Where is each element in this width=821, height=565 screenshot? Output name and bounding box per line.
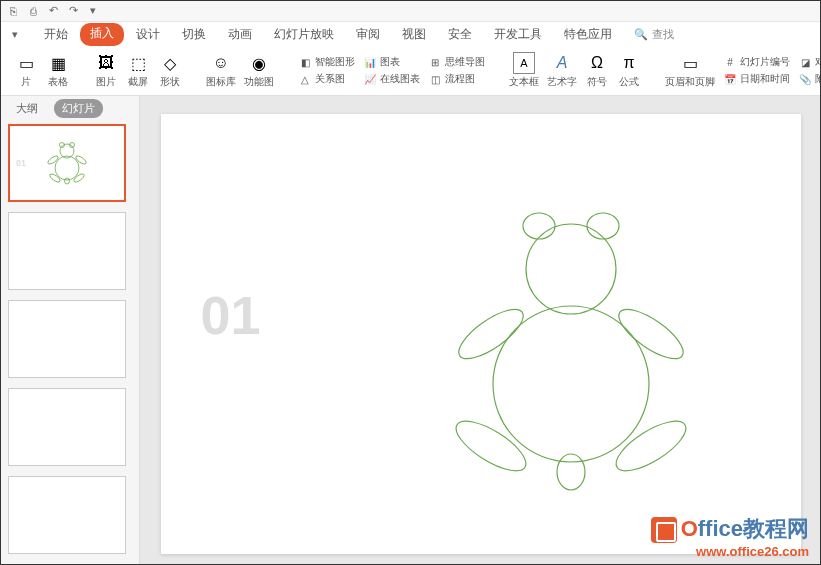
slide-thumbnail[interactable]: [8, 300, 126, 378]
shapes-icon: ◇: [159, 52, 181, 74]
svg-point-4: [47, 155, 60, 166]
qat-undo-icon[interactable]: ↶: [46, 4, 60, 18]
object-button[interactable]: ◪对象: [794, 54, 821, 70]
smartart-icon: ◧: [298, 55, 312, 69]
flowchart-icon: ◫: [428, 72, 442, 86]
slide-canvas[interactable]: 01: [140, 96, 821, 565]
search-icon: 🔍: [634, 28, 648, 41]
header-footer-icon: ▭: [679, 52, 701, 74]
chart-icon: 📊: [363, 55, 377, 69]
chevron-down-icon: ▾: [12, 28, 18, 41]
slide-panel: 大纲 幻灯片 01: [0, 96, 140, 565]
tab-special[interactable]: 特色应用: [554, 23, 622, 46]
menu-tabs: 开始 插入 设计 切换 动画 幻灯片放映 审阅 视图 安全 开发工具 特色应用: [34, 23, 622, 46]
textbox-icon: A: [513, 52, 535, 74]
flowchart-button[interactable]: ◫流程图: [424, 71, 489, 87]
shapes-button[interactable]: ◇ 形状: [154, 50, 186, 91]
slide-icon: ▭: [15, 52, 37, 74]
screenshot-button[interactable]: ⬚ 截屏: [122, 50, 154, 91]
tab-start[interactable]: 开始: [34, 23, 78, 46]
tab-devtools[interactable]: 开发工具: [484, 23, 552, 46]
equation-icon: π: [618, 52, 640, 74]
icon-library-icon: ☺: [210, 52, 232, 74]
relation-chart-button[interactable]: △关系图: [294, 71, 359, 87]
tab-slides[interactable]: 幻灯片: [54, 99, 103, 118]
wordart-icon: A: [551, 52, 573, 74]
tab-view[interactable]: 视图: [392, 23, 436, 46]
qat-dropdown-icon[interactable]: ▾: [86, 4, 100, 18]
header-footer-button[interactable]: ▭ 页眉和页脚: [661, 50, 719, 91]
table-button[interactable]: ▦ 表格: [42, 50, 74, 91]
slide-number-button[interactable]: #幻灯片编号: [719, 54, 794, 70]
mindmap-button[interactable]: ⊞思维导图: [424, 54, 489, 70]
slide-thumbnail[interactable]: [8, 388, 126, 466]
function-chart-icon: ◉: [248, 52, 270, 74]
tab-slideshow[interactable]: 幻灯片放映: [264, 23, 344, 46]
thumbnail-list: 01: [0, 120, 139, 565]
quick-access-toolbar: ⎘ ⎙ ↶ ↷ ▾: [0, 0, 821, 22]
datetime-button[interactable]: 📅日期和时间: [719, 71, 794, 87]
smartart-button[interactable]: ◧智能图形: [294, 54, 359, 70]
watermark-brand: Office教程网: [651, 514, 809, 544]
attachment-icon: 📎: [798, 72, 812, 86]
menu-bar: ▾ 开始 插入 设计 切换 动画 幻灯片放映 审阅 视图 安全 开发工具 特色应…: [0, 22, 821, 46]
picture-button[interactable]: 🖼 图片: [90, 50, 122, 91]
qat-redo-icon[interactable]: ↷: [66, 4, 80, 18]
slide-thumbnail[interactable]: [8, 212, 126, 290]
svg-point-10: [526, 224, 616, 314]
new-slide-button[interactable]: ▭ 片: [10, 50, 42, 91]
svg-point-6: [49, 173, 62, 184]
slide-thumbnail[interactable]: [8, 476, 126, 554]
qat-print-icon[interactable]: ⎙: [26, 4, 40, 18]
search-label: 查找: [652, 27, 674, 42]
ribbon: ▭ 片 ▦ 表格 🖼 图片 ⬚ 截屏 ◇ 形状 ☺ 图标库 ◉ 功能图: [0, 46, 821, 96]
function-chart-button[interactable]: ◉ 功能图: [240, 50, 278, 91]
object-icon: ◪: [798, 55, 812, 69]
watermark-url: www.office26.com: [651, 544, 809, 559]
symbol-button[interactable]: Ω 符号: [581, 50, 613, 91]
tab-security[interactable]: 安全: [438, 23, 482, 46]
wordart-button[interactable]: A 艺术字: [543, 50, 581, 91]
svg-point-17: [557, 454, 585, 490]
slide-number-text: 01: [201, 284, 261, 346]
tab-design[interactable]: 设计: [126, 23, 170, 46]
textbox-button[interactable]: A 文本框: [505, 50, 543, 91]
file-menu-dropdown[interactable]: ▾: [8, 28, 22, 41]
svg-point-12: [587, 213, 619, 239]
slide-thumbnail[interactable]: 01: [8, 124, 126, 202]
svg-point-0: [55, 156, 79, 180]
svg-point-11: [523, 213, 555, 239]
attachment-button[interactable]: 📎附件: [794, 71, 821, 87]
svg-point-13: [451, 301, 529, 368]
table-icon: ▦: [47, 52, 69, 74]
sidebar-tabs: 大纲 幻灯片: [0, 96, 139, 120]
datetime-icon: 📅: [723, 72, 737, 86]
content-area: 大纲 幻灯片 01: [0, 96, 821, 565]
qat-copy-icon[interactable]: ⎘: [6, 4, 20, 18]
picture-icon: 🖼: [95, 52, 117, 74]
svg-point-5: [75, 155, 88, 166]
slide[interactable]: 01: [161, 114, 801, 554]
online-chart-button[interactable]: 📈在线图表: [359, 71, 424, 87]
symbol-icon: Ω: [586, 52, 608, 74]
tab-insert[interactable]: 插入: [80, 23, 124, 46]
relation-icon: △: [298, 72, 312, 86]
slide-number-icon: #: [723, 55, 737, 69]
search-box[interactable]: 🔍 查找: [634, 27, 674, 42]
svg-point-14: [611, 301, 689, 368]
frog-shape[interactable]: [421, 184, 721, 504]
equation-button[interactable]: π 公式: [613, 50, 645, 91]
svg-point-8: [65, 178, 70, 184]
screenshot-icon: ⬚: [127, 52, 149, 74]
icon-library-button[interactable]: ☺ 图标库: [202, 50, 240, 91]
thumb-number: 01: [16, 158, 26, 168]
tab-transition[interactable]: 切换: [172, 23, 216, 46]
chart-button[interactable]: 📊图表: [359, 54, 424, 70]
online-chart-icon: 📈: [363, 72, 377, 86]
tab-outline[interactable]: 大纲: [8, 99, 46, 118]
svg-point-15: [449, 412, 533, 480]
frog-thumbnail-icon: [42, 138, 92, 188]
tab-animation[interactable]: 动画: [218, 23, 262, 46]
svg-point-16: [609, 412, 693, 480]
tab-review[interactable]: 审阅: [346, 23, 390, 46]
